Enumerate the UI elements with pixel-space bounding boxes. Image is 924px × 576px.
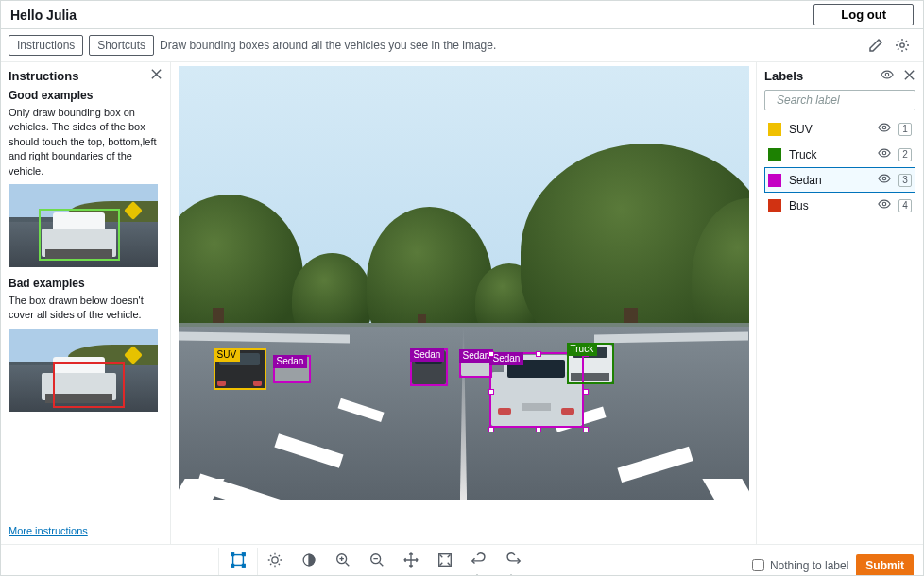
label-name: Truck: [789, 148, 870, 161]
contrast-tool-icon: [300, 551, 317, 571]
nothing-to-label[interactable]: Nothing to label: [752, 559, 848, 572]
instructions-title: Instructions: [9, 69, 78, 83]
eye-icon[interactable]: [881, 68, 894, 84]
bbox-sedan[interactable]: Sedan: [410, 348, 448, 386]
brightness-tool[interactable]: D: [258, 548, 292, 576]
move-tool[interactable]: M: [394, 548, 428, 576]
close-icon[interactable]: [903, 69, 915, 84]
nothing-to-label-text: Nothing to label: [770, 559, 848, 572]
resize-handle[interactable]: [536, 427, 541, 432]
svg-rect-8: [231, 553, 234, 556]
svg-point-3: [882, 126, 886, 129]
redo-tool[interactable]: Ctrl + Y: [496, 548, 530, 576]
label-search[interactable]: [764, 90, 915, 110]
eye-icon[interactable]: [878, 172, 891, 188]
svg-point-4: [882, 151, 886, 155]
bbox-truck[interactable]: Truck: [567, 343, 614, 384]
canvas-area: SUVSedanSedanSedanSedanTruck: [171, 62, 757, 544]
label-row-suv[interactable]: SUV1: [764, 116, 915, 142]
good-example-image: [9, 184, 158, 267]
label-name: SUV: [789, 123, 870, 136]
svg-point-0: [900, 43, 904, 47]
resize-handle[interactable]: [536, 351, 541, 357]
redo-tool-icon: [505, 551, 522, 571]
label-name: Bus: [789, 199, 870, 212]
app-header: Hello Julia Log out: [1, 1, 923, 29]
zoom-in-tool[interactable]: Z: [326, 548, 360, 576]
move-tool-icon: [402, 551, 419, 571]
submit-button[interactable]: Submit: [856, 554, 914, 577]
bbox-suv[interactable]: SUV: [214, 348, 266, 390]
contrast-tool[interactable]: C: [292, 548, 326, 576]
svg-rect-7: [233, 555, 244, 566]
bad-examples-title: Bad examples: [9, 277, 163, 290]
tool-strip: BDCZOMFCtrl + ZCtrl + Y: [218, 548, 530, 576]
label-swatch: [768, 123, 781, 136]
edit-icon[interactable]: [868, 38, 883, 53]
svg-rect-10: [231, 565, 234, 568]
box-tool-icon: [230, 551, 247, 571]
instructions-panel: Instructions Good examples Only draw bou…: [1, 62, 171, 544]
label-name: Sedan: [789, 174, 870, 187]
bbox-label: SUV: [214, 348, 241, 362]
bbox-label: Truck: [567, 343, 598, 356]
label-swatch: [768, 199, 781, 212]
label-swatch: [768, 174, 781, 187]
label-row-bus[interactable]: Bus4: [764, 193, 915, 218]
labels-panel: Labels SUV1Truck2Sedan3Bus4: [757, 62, 923, 544]
good-examples-text: Only draw bounding box on vehicles. The …: [9, 106, 163, 178]
eye-icon[interactable]: [878, 197, 891, 213]
label-swatch: [768, 148, 781, 161]
more-instructions-link[interactable]: More instructions: [9, 525, 163, 536]
bad-example-image: [9, 329, 158, 412]
good-examples-title: Good examples: [9, 89, 163, 102]
svg-point-12: [272, 557, 278, 563]
box-tool[interactable]: B: [218, 548, 258, 576]
main-area: Instructions Good examples Only draw bou…: [1, 62, 923, 544]
labels-title: Labels: [764, 69, 803, 83]
nothing-to-label-checkbox[interactable]: [752, 559, 764, 571]
undo-tool-icon: [471, 551, 488, 571]
label-list: SUV1Truck2Sedan3Bus4: [764, 116, 915, 218]
bbox-label: Sedan: [410, 348, 445, 362]
shortcuts-button[interactable]: Shortcuts: [89, 35, 154, 56]
label-shortcut: 4: [898, 199, 912, 212]
bbox-sedan[interactable]: Sedan: [273, 355, 311, 383]
resize-handle[interactable]: [583, 427, 589, 432]
resize-handle[interactable]: [583, 389, 589, 395]
label-row-truck[interactable]: Truck2: [764, 142, 915, 167]
fit-tool-icon: [436, 551, 453, 571]
resize-handle[interactable]: [488, 351, 494, 357]
label-shortcut: 2: [898, 148, 912, 161]
logout-button[interactable]: Log out: [813, 4, 914, 25]
bbox-label: Sedan: [489, 352, 524, 365]
svg-point-1: [885, 73, 889, 76]
eye-icon[interactable]: [878, 121, 891, 137]
prompt-bar: Instructions Shortcuts Draw bounding box…: [1, 29, 923, 62]
bad-examples-text: The box drawn below doesn't cover all si…: [9, 294, 163, 323]
annotation-canvas[interactable]: SUVSedanSedanSedanSedanTruck: [179, 66, 749, 500]
instructions-button[interactable]: Instructions: [9, 35, 83, 56]
zoom-in-tool-icon: [334, 551, 351, 571]
zoom-out-tool[interactable]: O: [360, 548, 394, 576]
greeting-text: Hello Julia: [10, 8, 77, 23]
label-search-input[interactable]: [777, 93, 919, 107]
fit-tool[interactable]: F: [428, 548, 462, 576]
svg-rect-9: [243, 553, 246, 556]
label-row-sedan[interactable]: Sedan3: [764, 167, 915, 193]
task-prompt: Draw bounding boxes around all the vehic…: [160, 39, 863, 52]
resize-handle[interactable]: [488, 389, 494, 395]
svg-point-5: [882, 177, 886, 180]
svg-rect-11: [243, 565, 246, 568]
bbox-label: Sedan: [273, 355, 308, 368]
gear-icon[interactable]: [895, 38, 910, 53]
brightness-tool-icon: [266, 551, 283, 571]
zoom-out-tool-icon: [368, 551, 385, 571]
close-icon[interactable]: [150, 68, 163, 83]
label-shortcut: 1: [898, 123, 912, 136]
resize-handle[interactable]: [488, 427, 494, 432]
footer-toolbar: BDCZOMFCtrl + ZCtrl + Y Nothing to label…: [1, 544, 923, 576]
bbox-sedan[interactable]: Sedan: [459, 349, 492, 378]
undo-tool[interactable]: Ctrl + Z: [462, 548, 496, 576]
eye-icon[interactable]: [878, 146, 891, 162]
